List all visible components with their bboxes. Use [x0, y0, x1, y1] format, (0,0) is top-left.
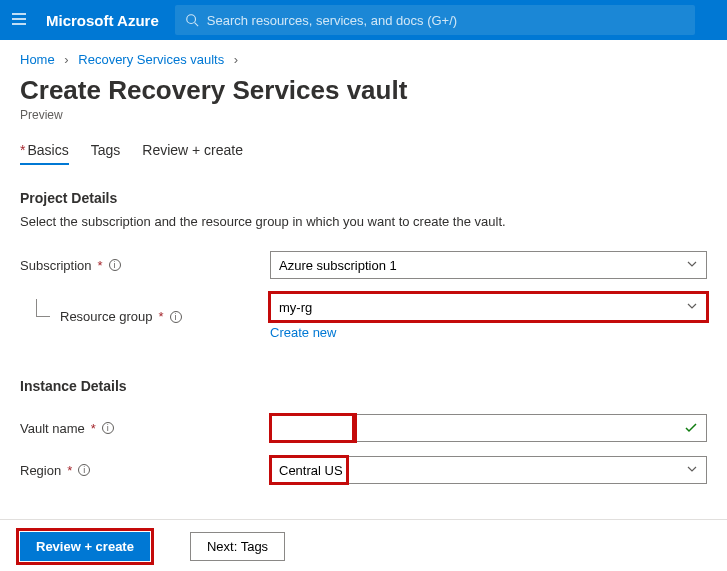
- footer-bar: Review + create Next: Tags: [0, 519, 727, 561]
- info-icon[interactable]: i: [78, 464, 90, 476]
- review-create-button[interactable]: Review + create: [20, 532, 150, 561]
- create-new-link[interactable]: Create new: [270, 325, 707, 340]
- chevron-right-icon: ›: [228, 52, 244, 67]
- subscription-label: Subscription: [20, 258, 92, 273]
- chevron-down-icon: [686, 463, 698, 478]
- resource-group-label: Resource group: [60, 309, 153, 324]
- brand-label: Microsoft Azure: [46, 12, 159, 29]
- vault-name-label: Vault name: [20, 421, 85, 436]
- vault-name-field[interactable]: [270, 414, 707, 442]
- page-subtitle: Preview: [20, 108, 707, 122]
- tree-connector-icon: [36, 299, 50, 317]
- crumb-parent[interactable]: Recovery Services vaults: [78, 52, 224, 67]
- info-icon[interactable]: i: [170, 311, 182, 323]
- row-region: Region * i Central US: [20, 456, 707, 484]
- required-icon: *: [98, 258, 103, 273]
- tab-tags[interactable]: Tags: [91, 142, 121, 164]
- required-icon: *: [91, 421, 96, 436]
- tab-review[interactable]: Review + create: [142, 142, 243, 164]
- crumb-home[interactable]: Home: [20, 52, 55, 67]
- info-icon[interactable]: i: [102, 422, 114, 434]
- page-title: Create Recovery Services vault: [20, 75, 707, 106]
- topbar: Microsoft Azure: [0, 0, 727, 40]
- instance-details-heading: Instance Details: [20, 378, 707, 394]
- next-tags-button[interactable]: Next: Tags: [190, 532, 285, 561]
- required-icon: *: [159, 309, 164, 324]
- row-vault-name: Vault name * i: [20, 414, 707, 442]
- region-value: Central US: [279, 463, 343, 478]
- required-icon: *: [67, 463, 72, 478]
- breadcrumb: Home › Recovery Services vaults ›: [0, 40, 727, 71]
- chevron-down-icon: [686, 258, 698, 273]
- resource-group-dropdown[interactable]: my-rg: [270, 293, 707, 321]
- vault-name-input[interactable]: [279, 421, 698, 436]
- search-input[interactable]: [207, 13, 685, 28]
- subscription-value: Azure subscription 1: [279, 258, 397, 273]
- tab-basics-label: Basics: [27, 142, 68, 158]
- chevron-down-icon: [686, 300, 698, 315]
- subscription-dropdown[interactable]: Azure subscription 1: [270, 251, 707, 279]
- svg-point-0: [187, 15, 196, 24]
- form-body: Project Details Select the subscription …: [0, 164, 727, 484]
- svg-line-1: [194, 23, 198, 27]
- project-details-description: Select the subscription and the resource…: [20, 214, 707, 229]
- info-icon[interactable]: i: [109, 259, 121, 271]
- chevron-right-icon: ›: [58, 52, 74, 67]
- region-label: Region: [20, 463, 61, 478]
- tab-basics[interactable]: *Basics: [20, 142, 69, 164]
- resource-group-value: my-rg: [279, 300, 312, 315]
- row-subscription: Subscription * i Azure subscription 1: [20, 251, 707, 279]
- region-dropdown[interactable]: Central US: [270, 456, 707, 484]
- project-details-heading: Project Details: [20, 190, 707, 206]
- row-resource-group: Resource group * i my-rg Create new: [20, 293, 707, 340]
- tab-bar: *Basics Tags Review + create: [0, 124, 727, 164]
- search-icon: [185, 13, 199, 27]
- global-search[interactable]: [175, 5, 695, 35]
- hamburger-icon[interactable]: [10, 10, 30, 30]
